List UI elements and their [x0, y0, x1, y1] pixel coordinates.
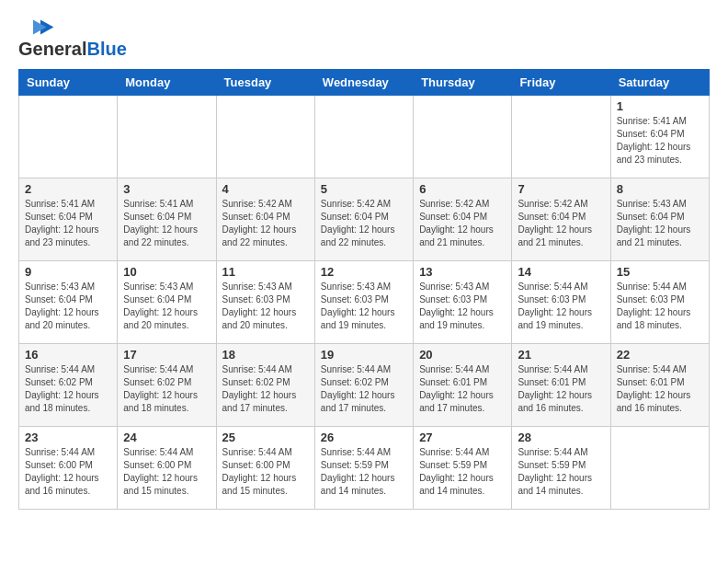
day-cell: 21Sunrise: 5:44 AM Sunset: 6:01 PM Dayli…: [512, 344, 610, 427]
day-cell: 12Sunrise: 5:43 AM Sunset: 6:03 PM Dayli…: [314, 261, 413, 344]
day-number: 2: [25, 182, 111, 196]
day-cell: 13Sunrise: 5:43 AM Sunset: 6:03 PM Dayli…: [414, 261, 512, 344]
day-cell: 22Sunrise: 5:44 AM Sunset: 6:01 PM Dayli…: [610, 344, 709, 427]
weekday-header-wednesday: Wednesday: [314, 70, 413, 96]
day-number: 23: [25, 431, 111, 444]
day-cell: 5Sunrise: 5:42 AM Sunset: 6:04 PM Daylig…: [314, 178, 413, 261]
week-row-2: 2Sunrise: 5:41 AM Sunset: 6:04 PM Daylig…: [19, 178, 710, 261]
day-number: 22: [617, 348, 703, 362]
day-info: Sunrise: 5:43 AM Sunset: 6:03 PM Dayligh…: [321, 281, 407, 332]
day-number: 3: [123, 182, 210, 196]
day-info: Sunrise: 5:44 AM Sunset: 5:59 PM Dayligh…: [321, 446, 407, 498]
week-row-5: 23Sunrise: 5:44 AM Sunset: 6:00 PM Dayli…: [19, 427, 710, 510]
day-info: Sunrise: 5:44 AM Sunset: 6:00 PM Dayligh…: [25, 446, 111, 498]
header: GeneralBlue: [18, 18, 710, 60]
day-info: Sunrise: 5:44 AM Sunset: 6:02 PM Dayligh…: [123, 363, 210, 415]
day-number: 11: [222, 265, 309, 279]
day-number: 6: [419, 182, 506, 196]
day-cell: [216, 96, 314, 178]
weekday-header-tuesday: Tuesday: [216, 70, 314, 96]
day-number: 17: [123, 348, 210, 362]
day-info: Sunrise: 5:44 AM Sunset: 5:59 PM Dayligh…: [419, 446, 506, 498]
day-number: 5: [321, 182, 407, 196]
day-cell: [512, 96, 610, 178]
day-info: Sunrise: 5:42 AM Sunset: 6:04 PM Dayligh…: [321, 198, 407, 249]
day-number: 24: [123, 431, 210, 444]
weekday-header-row: SundayMondayTuesdayWednesdayThursdayFrid…: [19, 70, 710, 96]
logo-blue: Blue: [86, 39, 126, 59]
day-cell: 20Sunrise: 5:44 AM Sunset: 6:01 PM Dayli…: [414, 344, 512, 427]
day-cell: 24Sunrise: 5:44 AM Sunset: 6:00 PM Dayli…: [118, 427, 216, 510]
logo-general: General: [18, 39, 86, 59]
day-number: 13: [419, 265, 506, 279]
day-number: 1: [617, 99, 703, 113]
day-cell: 26Sunrise: 5:44 AM Sunset: 5:59 PM Dayli…: [314, 427, 413, 510]
day-cell: 7Sunrise: 5:42 AM Sunset: 6:04 PM Daylig…: [512, 178, 610, 261]
day-number: 28: [518, 431, 604, 444]
day-cell: [118, 96, 216, 178]
day-number: 25: [222, 431, 309, 444]
day-info: Sunrise: 5:44 AM Sunset: 6:01 PM Dayligh…: [518, 363, 604, 415]
day-number: 27: [419, 431, 506, 444]
day-cell: 3Sunrise: 5:41 AM Sunset: 6:04 PM Daylig…: [118, 178, 216, 261]
day-info: Sunrise: 5:42 AM Sunset: 6:04 PM Dayligh…: [222, 198, 309, 249]
day-cell: 17Sunrise: 5:44 AM Sunset: 6:02 PM Dayli…: [118, 344, 216, 427]
day-number: 15: [617, 265, 703, 279]
day-cell: 1Sunrise: 5:41 AM Sunset: 6:04 PM Daylig…: [610, 96, 709, 178]
day-info: Sunrise: 5:42 AM Sunset: 6:04 PM Dayligh…: [419, 198, 506, 249]
day-info: Sunrise: 5:43 AM Sunset: 6:04 PM Dayligh…: [123, 281, 210, 332]
day-info: Sunrise: 5:43 AM Sunset: 6:04 PM Dayligh…: [25, 281, 111, 332]
day-info: Sunrise: 5:44 AM Sunset: 6:00 PM Dayligh…: [222, 446, 309, 498]
day-number: 20: [419, 348, 506, 362]
day-number: 4: [222, 182, 309, 196]
day-number: 26: [321, 431, 407, 444]
week-row-3: 9Sunrise: 5:43 AM Sunset: 6:04 PM Daylig…: [19, 261, 710, 344]
day-cell: 25Sunrise: 5:44 AM Sunset: 6:00 PM Dayli…: [216, 427, 314, 510]
day-info: Sunrise: 5:42 AM Sunset: 6:04 PM Dayligh…: [518, 198, 604, 249]
weekday-header-thursday: Thursday: [414, 70, 512, 96]
day-cell: [610, 427, 709, 510]
day-info: Sunrise: 5:44 AM Sunset: 6:02 PM Dayligh…: [25, 363, 111, 415]
day-cell: 23Sunrise: 5:44 AM Sunset: 6:00 PM Dayli…: [19, 427, 118, 510]
day-number: 7: [518, 182, 604, 196]
day-number: 21: [518, 348, 604, 362]
day-cell: 18Sunrise: 5:44 AM Sunset: 6:02 PM Dayli…: [216, 344, 314, 427]
day-cell: 19Sunrise: 5:44 AM Sunset: 6:02 PM Dayli…: [314, 344, 413, 427]
day-info: Sunrise: 5:44 AM Sunset: 6:03 PM Dayligh…: [617, 281, 703, 332]
day-cell: 15Sunrise: 5:44 AM Sunset: 6:03 PM Dayli…: [610, 261, 709, 344]
logo-text: GeneralBlue: [18, 39, 127, 60]
day-cell: 11Sunrise: 5:43 AM Sunset: 6:03 PM Dayli…: [216, 261, 314, 344]
day-cell: [314, 96, 413, 178]
day-cell: 2Sunrise: 5:41 AM Sunset: 6:04 PM Daylig…: [19, 178, 118, 261]
day-info: Sunrise: 5:44 AM Sunset: 5:59 PM Dayligh…: [518, 446, 604, 498]
day-cell: 14Sunrise: 5:44 AM Sunset: 6:03 PM Dayli…: [512, 261, 610, 344]
day-info: Sunrise: 5:44 AM Sunset: 6:02 PM Dayligh…: [321, 363, 407, 415]
day-cell: 4Sunrise: 5:42 AM Sunset: 6:04 PM Daylig…: [216, 178, 314, 261]
day-info: Sunrise: 5:41 AM Sunset: 6:04 PM Dayligh…: [617, 115, 703, 167]
day-number: 9: [25, 265, 111, 279]
day-cell: [19, 96, 118, 178]
weekday-header-sunday: Sunday: [19, 70, 118, 96]
day-cell: 27Sunrise: 5:44 AM Sunset: 5:59 PM Dayli…: [414, 427, 512, 510]
day-info: Sunrise: 5:44 AM Sunset: 6:03 PM Dayligh…: [518, 281, 604, 332]
day-number: 14: [518, 265, 604, 279]
day-info: Sunrise: 5:43 AM Sunset: 6:04 PM Dayligh…: [617, 198, 703, 249]
day-cell: [414, 96, 512, 178]
day-info: Sunrise: 5:43 AM Sunset: 6:03 PM Dayligh…: [222, 281, 309, 332]
day-info: Sunrise: 5:44 AM Sunset: 6:00 PM Dayligh…: [123, 446, 210, 498]
weekday-header-friday: Friday: [512, 70, 610, 96]
day-number: 19: [321, 348, 407, 362]
day-info: Sunrise: 5:44 AM Sunset: 6:01 PM Dayligh…: [617, 363, 703, 415]
weekday-header-monday: Monday: [118, 70, 216, 96]
week-row-1: 1Sunrise: 5:41 AM Sunset: 6:04 PM Daylig…: [19, 96, 710, 178]
day-number: 18: [222, 348, 309, 362]
week-row-4: 16Sunrise: 5:44 AM Sunset: 6:02 PM Dayli…: [19, 344, 710, 427]
day-cell: 9Sunrise: 5:43 AM Sunset: 6:04 PM Daylig…: [19, 261, 118, 344]
day-info: Sunrise: 5:41 AM Sunset: 6:04 PM Dayligh…: [25, 198, 111, 249]
day-number: 16: [25, 348, 111, 362]
day-cell: 10Sunrise: 5:43 AM Sunset: 6:04 PM Dayli…: [118, 261, 216, 344]
day-cell: 8Sunrise: 5:43 AM Sunset: 6:04 PM Daylig…: [610, 178, 709, 261]
logo-icon: [18, 18, 55, 37]
day-number: 10: [123, 265, 210, 279]
day-info: Sunrise: 5:41 AM Sunset: 6:04 PM Dayligh…: [123, 198, 210, 249]
